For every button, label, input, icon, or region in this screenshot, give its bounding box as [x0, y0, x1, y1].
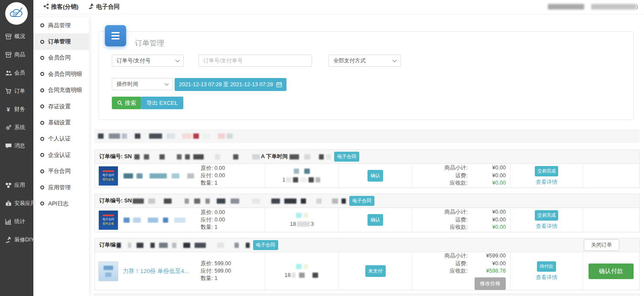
sidebar-item-system[interactable]: 系统 — [0, 118, 33, 137]
redacted-text — [252, 154, 260, 159]
status-cell: 交易完成 查看详情 — [510, 208, 582, 232]
pay-method-select[interactable]: 全部支付方式 — [329, 55, 401, 67]
sidebar-item-apps[interactable]: 应用 — [0, 176, 33, 194]
order-header: 订单编 电子合同 关闭订单 — [95, 238, 639, 252]
bullet-circle-icon — [40, 153, 44, 157]
product-name[interactable]: 力荐！120份 单份低至4... — [123, 267, 196, 275]
confirm-payment-button[interactable]: 确认付款 — [589, 263, 634, 279]
topbar-user-area[interactable]: ) — [548, 3, 638, 10]
redacted-text — [128, 243, 131, 248]
confirm-badge[interactable]: 确认 — [368, 214, 383, 226]
sidebar-item-overview[interactable]: 概况 — [0, 27, 33, 46]
submenu-item-evidence-settings[interactable]: 存证设置 — [33, 98, 89, 114]
search-icon — [117, 100, 123, 106]
product-thumbnail[interactable]: 电子合同 签约必备 — [98, 166, 118, 186]
top-navigation-bar: 推客(分销) 电子合同 ) — [33, 0, 644, 14]
time-type-select[interactable]: 操作时间 — [112, 78, 173, 90]
receivable-label: 应收款: — [450, 267, 468, 275]
quantity: 数量: 1 — [201, 275, 231, 282]
product-thumbnail[interactable] — [98, 261, 118, 281]
order-status-tabs[interactable] — [94, 129, 640, 143]
submenu-item-basic-settings[interactable]: 基础设置 — [33, 114, 89, 130]
confirm-badge[interactable]: 确认 — [368, 170, 383, 182]
close-order-button[interactable]: 关闭订单 — [584, 239, 619, 251]
buyer-phone: 18 3 — [290, 221, 314, 227]
submenu-item-product-management[interactable]: 商品管理 — [33, 17, 89, 33]
subtotal-value: ¥599.00 — [468, 252, 506, 260]
redacted-text — [303, 264, 308, 269]
search-button[interactable]: 搜索 — [112, 97, 141, 109]
submenu-item-personal-auth[interactable]: 个人认证 — [33, 131, 89, 147]
amounts-cell: 商品小计:¥599.00 运费:¥0.00 应收款:¥598.76 修改价格 — [412, 252, 510, 290]
shipping-label: 运费: — [455, 216, 468, 224]
sidebar-item-products[interactable]: 商品 — [0, 46, 33, 64]
view-details-link[interactable]: 查看详情 — [536, 274, 557, 281]
sidebar-item-finance[interactable]: ¥ 财务 — [0, 100, 33, 118]
modify-price-button[interactable]: 修改价格 — [475, 277, 506, 290]
phone-prefix: 1 — [283, 177, 286, 183]
redacted-text — [134, 154, 140, 159]
submenu-item-member-contract[interactable]: 会员合同 — [33, 50, 89, 66]
submenu-item-platform-contract[interactable]: 平台合同 — [33, 163, 89, 179]
tab-electronic-contract[interactable]: 电子合同 — [88, 3, 120, 11]
submenu-item-enterprise-auth[interactable]: 企业认证 — [33, 147, 89, 163]
buyer-cell: 18 — [265, 252, 338, 290]
order-sn-label: 订单编号: SN — [99, 197, 132, 205]
export-excel-button[interactable]: 导出 EXCEL — [141, 97, 183, 109]
redacted-text — [185, 198, 189, 204]
sidebar-item-messages[interactable]: 消息 — [0, 137, 33, 155]
pay-price: 应付: 599.00 — [201, 267, 231, 275]
statistics-chart-icon — [5, 218, 12, 225]
redacted-text — [149, 133, 162, 139]
search-type-select[interactable]: 订单号/支付号 — [112, 55, 184, 67]
view-details-link[interactable]: 查看详情 — [536, 223, 557, 230]
apps-cubes-icon — [5, 182, 12, 189]
search-button-label: 搜索 — [125, 99, 136, 107]
product-name[interactable] — [123, 172, 196, 179]
tab-tuike-distribution[interactable]: 推客(分销) — [43, 3, 78, 11]
select-value: 操作时间 — [117, 81, 138, 88]
bullet-circle-icon — [40, 56, 44, 60]
date-range-button[interactable]: 2021-12-13 07:28 至 2021-12-13 07:28 — [175, 78, 286, 91]
submenu-item-member-contract-detail[interactable]: 会员合同明细 — [33, 66, 89, 82]
sidebar-item-decorate-diy[interactable]: 装修DIY — [0, 231, 33, 249]
products-box-icon — [5, 51, 12, 58]
order-sn-label: 订单编号: SN — [99, 153, 132, 160]
redacted-text — [296, 213, 302, 218]
redacted-text — [233, 154, 238, 159]
redacted-text — [166, 133, 175, 139]
collapse-menu-button[interactable] — [105, 25, 126, 46]
submenu-item-order-management[interactable]: 订单管理 — [33, 33, 89, 49]
app-logo[interactable] — [5, 2, 28, 25]
redacted-text — [301, 198, 306, 204]
quantity: 数量: 1 — [201, 224, 225, 231]
redacted-text — [293, 177, 298, 182]
bullet-circle-icon — [40, 88, 44, 92]
receivable-value: ¥0.00 — [468, 224, 506, 231]
redacted-text — [172, 243, 176, 248]
sidebar-item-orders[interactable]: 订单 — [0, 82, 33, 100]
next-order-card-partial — [94, 294, 640, 296]
redacted-text — [304, 169, 310, 174]
tab-label: 电子合同 — [96, 3, 120, 11]
submenu-item-api-log[interactable]: API日志 — [33, 195, 89, 211]
redacted-text — [98, 133, 104, 139]
redacted-text — [218, 133, 225, 139]
submenu-item-contract-recharge-detail[interactable]: 合同充值明细 — [33, 82, 89, 98]
sidebar-item-label: 会员 — [14, 69, 25, 77]
view-details-link[interactable]: 查看详情 — [536, 179, 557, 186]
bullet-circle-icon — [40, 23, 44, 27]
redacted-text — [117, 243, 121, 248]
sidebar-item-members[interactable]: 会员 — [0, 64, 33, 82]
product-thumbnail[interactable]: 电子合同 签约必备 — [98, 210, 118, 230]
redacted-text — [193, 154, 204, 159]
primary-nav: 概况 商品 会员 订单 ¥ 财务 系统 消息 应用 — [0, 27, 33, 249]
sidebar-item-label: 统计 — [14, 218, 25, 225]
product-name[interactable] — [123, 217, 196, 223]
thumb-text: 签约必备 — [103, 177, 114, 182]
order-number-input[interactable] — [198, 55, 312, 67]
submenu-item-app-management[interactable]: 应用管理 — [33, 179, 89, 195]
sidebar-item-install-apps[interactable]: 安装应用 — [0, 194, 33, 212]
sidebar-item-statistics[interactable]: 统计 — [0, 212, 33, 231]
redacted-text — [299, 273, 305, 278]
